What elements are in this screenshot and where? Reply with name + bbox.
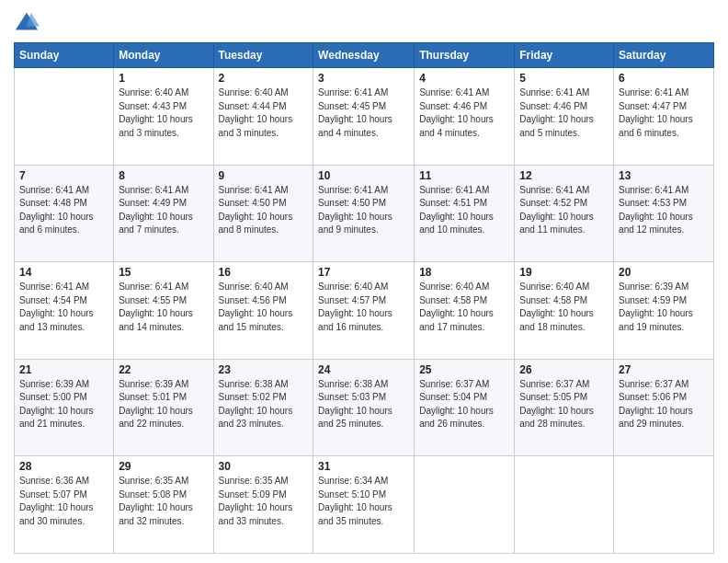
calendar-cell: 31Sunrise: 6:34 AM Sunset: 5:10 PM Dayli… — [313, 456, 415, 554]
calendar-cell: 21Sunrise: 6:39 AM Sunset: 5:00 PM Dayli… — [15, 359, 114, 456]
header-cell-friday: Friday — [515, 43, 614, 68]
header-cell-thursday: Thursday — [415, 43, 515, 68]
day-number: 1 — [119, 72, 208, 85]
day-info: Sunrise: 6:41 AM Sunset: 4:55 PM Dayligh… — [119, 281, 208, 334]
calendar-week-row: 7Sunrise: 6:41 AM Sunset: 4:48 PM Daylig… — [15, 165, 714, 262]
header-cell-monday: Monday — [114, 43, 213, 68]
calendar-cell: 11Sunrise: 6:41 AM Sunset: 4:51 PM Dayli… — [415, 165, 515, 262]
day-info: Sunrise: 6:41 AM Sunset: 4:50 PM Dayligh… — [219, 184, 309, 237]
calendar-cell: 25Sunrise: 6:37 AM Sunset: 5:04 PM Dayli… — [415, 359, 515, 456]
calendar-cell: 8Sunrise: 6:41 AM Sunset: 4:49 PM Daylig… — [114, 165, 213, 262]
calendar-cell — [15, 68, 114, 166]
day-number: 6 — [619, 72, 709, 85]
calendar-cell: 1Sunrise: 6:40 AM Sunset: 4:43 PM Daylig… — [114, 68, 213, 166]
day-info: Sunrise: 6:40 AM Sunset: 4:58 PM Dayligh… — [519, 281, 609, 334]
calendar-body: 1Sunrise: 6:40 AM Sunset: 4:43 PM Daylig… — [15, 68, 714, 554]
calendar-cell: 27Sunrise: 6:37 AM Sunset: 5:06 PM Dayli… — [614, 359, 714, 456]
day-info: Sunrise: 6:41 AM Sunset: 4:46 PM Dayligh… — [519, 86, 609, 140]
page: SundayMondayTuesdayWednesdayThursdayFrid… — [0, 0, 728, 563]
header — [14, 9, 714, 35]
day-number: 13 — [619, 169, 709, 182]
day-number: 11 — [419, 169, 509, 182]
day-number: 17 — [318, 266, 409, 279]
calendar-cell: 20Sunrise: 6:39 AM Sunset: 4:59 PM Dayli… — [614, 262, 714, 360]
calendar-cell: 28Sunrise: 6:36 AM Sunset: 5:07 PM Dayli… — [15, 456, 114, 554]
day-info: Sunrise: 6:40 AM Sunset: 4:43 PM Dayligh… — [119, 86, 208, 140]
calendar-cell: 15Sunrise: 6:41 AM Sunset: 4:55 PM Dayli… — [114, 262, 213, 360]
calendar-cell: 30Sunrise: 6:35 AM Sunset: 5:09 PM Dayli… — [213, 456, 313, 554]
header-cell-saturday: Saturday — [614, 43, 714, 68]
day-info: Sunrise: 6:41 AM Sunset: 4:51 PM Dayligh… — [419, 184, 509, 237]
calendar-cell: 4Sunrise: 6:41 AM Sunset: 4:46 PM Daylig… — [415, 68, 515, 166]
day-info: Sunrise: 6:35 AM Sunset: 5:09 PM Dayligh… — [219, 475, 309, 528]
day-info: Sunrise: 6:41 AM Sunset: 4:48 PM Dayligh… — [19, 184, 108, 237]
day-number: 25 — [419, 363, 509, 376]
day-number: 5 — [519, 72, 609, 85]
day-info: Sunrise: 6:41 AM Sunset: 4:50 PM Dayligh… — [318, 184, 409, 237]
day-info: Sunrise: 6:41 AM Sunset: 4:52 PM Dayligh… — [519, 184, 609, 237]
day-info: Sunrise: 6:35 AM Sunset: 5:08 PM Dayligh… — [119, 475, 208, 528]
day-info: Sunrise: 6:41 AM Sunset: 4:47 PM Dayligh… — [619, 86, 709, 140]
calendar-header-row: SundayMondayTuesdayWednesdayThursdayFrid… — [15, 43, 714, 68]
calendar-cell: 24Sunrise: 6:38 AM Sunset: 5:03 PM Dayli… — [313, 359, 415, 456]
calendar-cell: 9Sunrise: 6:41 AM Sunset: 4:50 PM Daylig… — [213, 165, 313, 262]
calendar-cell: 7Sunrise: 6:41 AM Sunset: 4:48 PM Daylig… — [15, 165, 114, 262]
header-cell-sunday: Sunday — [15, 43, 114, 68]
day-number: 8 — [119, 169, 208, 182]
day-number: 21 — [19, 363, 108, 376]
day-number: 4 — [419, 72, 509, 85]
day-info: Sunrise: 6:39 AM Sunset: 5:00 PM Dayligh… — [19, 378, 108, 431]
day-number: 26 — [519, 363, 609, 376]
calendar-cell: 12Sunrise: 6:41 AM Sunset: 4:52 PM Dayli… — [515, 165, 614, 262]
calendar-week-row: 14Sunrise: 6:41 AM Sunset: 4:54 PM Dayli… — [15, 262, 714, 360]
calendar-cell: 26Sunrise: 6:37 AM Sunset: 5:05 PM Dayli… — [515, 359, 614, 456]
day-info: Sunrise: 6:40 AM Sunset: 4:57 PM Dayligh… — [318, 281, 409, 334]
calendar-week-row: 28Sunrise: 6:36 AM Sunset: 5:07 PM Dayli… — [15, 456, 714, 554]
calendar-cell — [515, 456, 614, 554]
day-number: 18 — [419, 266, 509, 279]
day-number: 19 — [519, 266, 609, 279]
day-info: Sunrise: 6:34 AM Sunset: 5:10 PM Dayligh… — [318, 475, 409, 528]
calendar-cell: 29Sunrise: 6:35 AM Sunset: 5:08 PM Dayli… — [114, 456, 213, 554]
calendar-cell: 23Sunrise: 6:38 AM Sunset: 5:02 PM Dayli… — [213, 359, 313, 456]
day-info: Sunrise: 6:38 AM Sunset: 5:02 PM Dayligh… — [219, 378, 309, 431]
day-info: Sunrise: 6:40 AM Sunset: 4:56 PM Dayligh… — [219, 281, 309, 334]
calendar-cell: 13Sunrise: 6:41 AM Sunset: 4:53 PM Dayli… — [614, 165, 714, 262]
calendar-table: SundayMondayTuesdayWednesdayThursdayFrid… — [14, 42, 714, 554]
day-number: 2 — [219, 72, 309, 85]
day-number: 22 — [119, 363, 208, 376]
calendar-cell: 10Sunrise: 6:41 AM Sunset: 4:50 PM Dayli… — [313, 165, 415, 262]
day-number: 31 — [318, 460, 409, 473]
calendar-cell — [415, 456, 515, 554]
day-info: Sunrise: 6:38 AM Sunset: 5:03 PM Dayligh… — [318, 378, 409, 431]
calendar-cell: 19Sunrise: 6:40 AM Sunset: 4:58 PM Dayli… — [515, 262, 614, 360]
day-number: 30 — [219, 460, 309, 473]
day-number: 14 — [19, 266, 108, 279]
calendar-cell — [614, 456, 714, 554]
day-number: 7 — [19, 169, 108, 182]
calendar-cell: 17Sunrise: 6:40 AM Sunset: 4:57 PM Dayli… — [313, 262, 415, 360]
day-info: Sunrise: 6:39 AM Sunset: 5:01 PM Dayligh… — [119, 378, 208, 431]
logo-icon — [14, 9, 40, 35]
calendar-week-row: 1Sunrise: 6:40 AM Sunset: 4:43 PM Daylig… — [15, 68, 714, 166]
header-cell-tuesday: Tuesday — [213, 43, 313, 68]
day-info: Sunrise: 6:41 AM Sunset: 4:46 PM Dayligh… — [419, 86, 509, 140]
calendar-cell: 16Sunrise: 6:40 AM Sunset: 4:56 PM Dayli… — [213, 262, 313, 360]
calendar-cell: 5Sunrise: 6:41 AM Sunset: 4:46 PM Daylig… — [515, 68, 614, 166]
calendar-week-row: 21Sunrise: 6:39 AM Sunset: 5:00 PM Dayli… — [15, 359, 714, 456]
day-number: 28 — [19, 460, 108, 473]
day-number: 9 — [219, 169, 309, 182]
day-info: Sunrise: 6:37 AM Sunset: 5:04 PM Dayligh… — [419, 378, 509, 431]
day-number: 20 — [619, 266, 709, 279]
logo — [14, 9, 41, 35]
day-number: 24 — [318, 363, 409, 376]
day-info: Sunrise: 6:37 AM Sunset: 5:05 PM Dayligh… — [519, 378, 609, 431]
day-info: Sunrise: 6:41 AM Sunset: 4:45 PM Dayligh… — [318, 86, 409, 140]
calendar-cell: 22Sunrise: 6:39 AM Sunset: 5:01 PM Dayli… — [114, 359, 213, 456]
day-number: 12 — [519, 169, 609, 182]
day-number: 10 — [318, 169, 409, 182]
calendar-cell: 2Sunrise: 6:40 AM Sunset: 4:44 PM Daylig… — [213, 68, 313, 166]
calendar-cell: 14Sunrise: 6:41 AM Sunset: 4:54 PM Dayli… — [15, 262, 114, 360]
header-cell-wednesday: Wednesday — [313, 43, 415, 68]
day-info: Sunrise: 6:39 AM Sunset: 4:59 PM Dayligh… — [619, 281, 709, 334]
